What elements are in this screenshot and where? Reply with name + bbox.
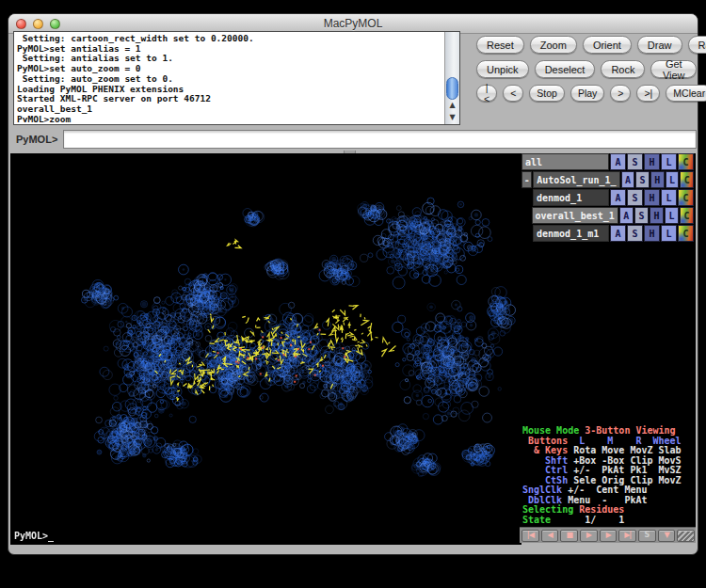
c-menu-button[interactable]: C (678, 189, 694, 206)
object-row: -AutoSol_run_1_ASHLC (521, 171, 694, 188)
close-button[interactable] (16, 19, 26, 29)
object-row: overall_best_1ASHLC (521, 207, 694, 224)
viewer-area: PyMOL>_ allASHLC-AutoSol_run_1_ASHLCdenm… (10, 153, 696, 543)
h-menu-button[interactable]: H (644, 189, 660, 206)
object-name-autosol-run-1[interactable]: AutoSol_run_1_ (533, 171, 619, 188)
s-menu-button[interactable]: S (635, 171, 650, 188)
btn-button[interactable]: > (610, 85, 631, 102)
unpick-button[interactable]: Unpick (476, 60, 529, 78)
object-panel: allASHLC-AutoSol_run_1_ASHLCdenmod_1ASHL… (521, 153, 696, 543)
minimize-button[interactable] (33, 19, 43, 29)
object-row: denmod_1ASHLC (521, 189, 694, 206)
prompt-label: PyMOL> (16, 134, 57, 145)
go-end-button[interactable]: ▶| (618, 530, 636, 542)
l-menu-button[interactable]: L (661, 225, 677, 242)
c-menu-button[interactable]: C (680, 171, 694, 188)
down-button[interactable]: ▼ (658, 530, 676, 542)
btn-button[interactable]: |< (476, 85, 497, 102)
s-menu-button[interactable]: S (627, 189, 643, 206)
h-menu-button[interactable]: H (644, 153, 660, 170)
reset-button[interactable]: Reset (476, 36, 524, 54)
log-scrollbar[interactable]: ▲ ▼ (444, 32, 459, 124)
object-name-overall-best-1[interactable]: overall_best_1 (532, 207, 618, 224)
h-menu-button[interactable]: H (644, 225, 660, 242)
zoom-button[interactable] (50, 19, 60, 29)
log-line: Setting: auto_zoom set to 0. (17, 74, 442, 85)
s-menu-button[interactable]: S (634, 207, 649, 224)
c-menu-button[interactable]: C (678, 225, 694, 242)
viewport-prompt: PyMOL>_ (14, 531, 54, 541)
collapse-expander[interactable]: - (521, 171, 532, 188)
l-menu-button[interactable]: L (666, 171, 680, 188)
l-menu-button[interactable]: L (665, 207, 679, 224)
h-menu-button[interactable]: H (650, 171, 665, 188)
a-menu-button[interactable]: A (621, 171, 635, 188)
go-start-icon: |◀ (527, 532, 534, 539)
go-start-button[interactable]: |◀ (521, 530, 539, 542)
object-list: allASHLC-AutoSol_run_1_ASHLCdenmod_1ASHL… (521, 153, 694, 243)
s-button[interactable]: S (638, 530, 656, 542)
down-icon: ▼ (664, 532, 668, 539)
resize-grip[interactable] (677, 530, 695, 542)
indent-spacer (521, 207, 531, 224)
go-end-icon: ▶| (624, 532, 631, 539)
l-menu-button[interactable]: L (661, 153, 677, 170)
s-icon: S (644, 532, 650, 539)
log-line: overall_best_1 (17, 104, 442, 115)
play-button[interactable]: Play (570, 85, 604, 102)
a-menu-button[interactable]: A (610, 153, 626, 170)
zoom-button[interactable]: Zoom (530, 36, 577, 54)
s-menu-button[interactable]: S (627, 225, 643, 242)
3d-viewport[interactable] (10, 153, 521, 545)
indent-spacer (521, 189, 532, 206)
deselect-button[interactable]: Deselect (535, 60, 596, 78)
mouse-mode-panel: Mouse Mode 3-Button Viewing Buttons L M … (522, 426, 696, 526)
scrollbar-thumb[interactable] (446, 77, 458, 100)
macpymol-window: MacPyMOL Setting: cartoon_rect_width set… (8, 13, 698, 555)
object-name-denmod-1[interactable]: denmod_1 (533, 189, 609, 206)
log-output: Setting: cartoon_rect_width set to 0.200… (13, 31, 460, 125)
stop-icon: ■ (566, 532, 572, 539)
a-menu-button[interactable]: A (610, 225, 626, 242)
btn-button[interactable]: >| (636, 85, 660, 102)
step-back-button[interactable]: ◀ (541, 530, 559, 542)
command-input[interactable] (63, 130, 697, 149)
play-icon: ▶ (586, 532, 591, 539)
log-lines: Setting: cartoon_rect_width set to 0.200… (17, 34, 442, 122)
stop-button[interactable]: Stop (529, 85, 565, 102)
window-title: MacPyMOL (8, 17, 698, 30)
ray-button[interactable]: Ray (688, 36, 706, 54)
object-row: allASHLC (521, 153, 694, 170)
s-menu-button[interactable]: S (627, 153, 643, 170)
movie-controls: |◀◀■▶▶▶|S▼ (520, 527, 696, 543)
orient-button[interactable]: Orient (583, 36, 632, 54)
object-name-all[interactable]: all (521, 153, 609, 170)
log-line: PyMOL>zoom (17, 115, 442, 122)
a-menu-button[interactable]: A (619, 207, 634, 224)
step-forward-icon: ▶ (605, 532, 610, 539)
c-menu-button[interactable]: C (678, 153, 694, 170)
indent-spacer (521, 225, 532, 242)
get-view-button[interactable]: Get View (650, 60, 697, 78)
object-name-denmod-1-m1[interactable]: denmod_1_m1 (533, 225, 609, 242)
stop-button[interactable]: ■ (560, 530, 578, 542)
step-forward-button[interactable]: ▶ (600, 530, 618, 542)
mclear-button[interactable]: MClear (666, 85, 706, 102)
scroll-up-icon[interactable]: ▲ (449, 102, 455, 109)
object-row: denmod_1_m1ASHLC (521, 225, 694, 242)
mouse-mode-line: State 1/ 1 (522, 516, 696, 526)
scroll-down-icon[interactable]: ▼ (449, 114, 455, 121)
h-menu-button[interactable]: H (650, 207, 664, 224)
play-button[interactable]: ▶ (580, 530, 598, 542)
c-menu-button[interactable]: C (680, 207, 694, 224)
l-menu-button[interactable]: L (661, 189, 677, 206)
step-back-icon: ◀ (547, 532, 552, 539)
a-menu-button[interactable]: A (610, 189, 626, 206)
rock-button[interactable]: Rock (601, 60, 645, 78)
toolbar: ResetZoomOrientDrawRayUnpickDeselectRock… (476, 36, 697, 108)
draw-button[interactable]: Draw (637, 36, 682, 54)
btn-button[interactable]: < (503, 85, 523, 102)
